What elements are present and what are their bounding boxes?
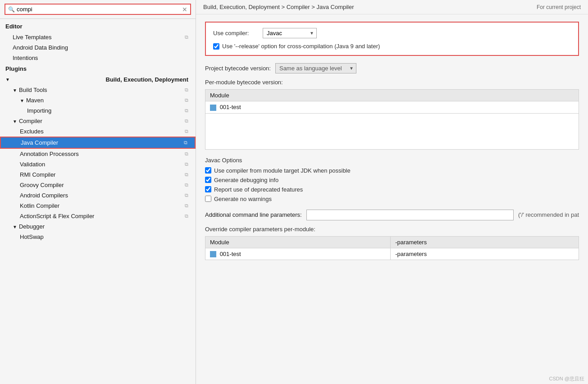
sidebar-item-label: Live Templates	[13, 34, 51, 41]
javac-option-1: Use compiler from module target JDK when…	[205, 167, 579, 174]
bytecode-row: Project bytecode version: Same as langua…	[205, 63, 579, 73]
option4-checkbox[interactable]	[205, 196, 211, 202]
sidebar-item-label: ▼Debugger	[13, 223, 45, 230]
option4-label: Generate no warnings	[214, 196, 272, 202]
copy-icon: ⧉	[185, 128, 188, 134]
sidebar-item-label: Android Data Binding	[13, 44, 68, 51]
sidebar-item-actionscript-compiler[interactable]: ActionScript & Flex Compiler ⧉	[0, 211, 196, 221]
per-module-label: Per-module bytecode version:	[205, 79, 579, 86]
bytecode-label: Project bytecode version:	[205, 65, 271, 72]
sidebar-item-label: Intentions	[13, 55, 38, 61]
sidebar-item-android-compilers[interactable]: Android Compilers ⧉	[0, 190, 196, 201]
sidebar-item-java-compiler[interactable]: Java Compiler ⧉	[0, 137, 196, 149]
sidebar-item-intentions[interactable]: Intentions	[0, 53, 196, 63]
option1-checkbox[interactable]	[205, 167, 211, 174]
sidebar-item-hotswap[interactable]: HotSwap	[0, 232, 196, 242]
override-module-col-header: Module	[205, 236, 391, 248]
javac-option-2: Generate debugging info	[205, 177, 579, 183]
sidebar-item-label: Excludes	[20, 128, 44, 135]
copy-icon: ⧉	[184, 140, 187, 146]
chevron-down-icon: ▼	[13, 224, 17, 229]
override-table-wrapper: Module -parameters 001-test -parameters	[205, 236, 579, 261]
module-name: 001-test	[220, 104, 241, 110]
search-bar: 🔍 ✕	[0, 0, 196, 19]
copy-icon: ⧉	[185, 118, 188, 124]
sidebar-item-importing[interactable]: Importing ⧉	[0, 105, 196, 116]
cross-compile-checkbox[interactable]	[213, 43, 219, 50]
sidebar-item-label: Validation	[20, 161, 45, 168]
javac-option-4: Generate no warnings	[205, 196, 579, 202]
compiler-options-box: Use compiler: Javac Eclipse Ajc ▼ Use '-…	[205, 22, 579, 56]
sidebar-item-label: ActionScript & Flex Compiler	[20, 213, 94, 219]
sidebar-item-label: Annotation Processors	[20, 151, 79, 157]
sidebar-item-rmi-compiler[interactable]: RMI Compiler ⧉	[0, 169, 196, 180]
sidebar-item-live-templates[interactable]: Live Templates ⧉	[0, 32, 196, 42]
sidebar-item-annotation-processors[interactable]: Annotation Processors ⧉	[0, 149, 196, 159]
sidebar-item-kotlin-compiler[interactable]: Kotlin Compiler ⧉	[0, 201, 196, 211]
compiler-select-wrapper[interactable]: Javac Eclipse Ajc ▼	[263, 28, 317, 38]
sidebar-item-label: ▼Maven	[20, 97, 44, 104]
sidebar-item-build-tools[interactable]: ▼Build Tools ⧉	[0, 85, 196, 95]
use-compiler-label: Use compiler:	[213, 30, 258, 37]
close-icon[interactable]: ✕	[182, 6, 187, 13]
nav-tree: Editor Live Templates ⧉ Android Data Bin…	[0, 19, 196, 384]
cross-compile-label: Use '--release' option for cross-compila…	[222, 43, 380, 50]
cross-compile-row: Use '--release' option for cross-compila…	[213, 43, 571, 50]
cmd-params-label: Additional command line parameters:	[205, 211, 302, 218]
search-input[interactable]	[17, 6, 180, 13]
option2-checkbox[interactable]	[205, 177, 211, 183]
chevron-down-icon: ▼	[13, 119, 17, 124]
sidebar-item-label: Java Compiler	[21, 139, 58, 146]
sidebar-item-label: ▼Compiler	[13, 118, 42, 124]
breadcrumb: Build, Execution, Deployment > Compiler …	[196, 0, 588, 14]
sidebar-item-validation[interactable]: Validation ⧉	[0, 159, 196, 169]
override-label: Override compiler parameters per-module:	[205, 226, 579, 233]
javac-options-title: Javac Options	[205, 157, 579, 164]
main-content: Build, Execution, Deployment > Compiler …	[196, 0, 588, 384]
sidebar-item-label: Kotlin Compiler	[20, 202, 59, 209]
javac-options-section: Javac Options Use compiler from module t…	[205, 157, 579, 202]
sidebar-item-maven[interactable]: ▼Maven ⧉	[0, 95, 196, 105]
cmd-params-input[interactable]	[306, 210, 514, 220]
module-column-header: Module	[205, 90, 579, 101]
editor-section-label: Editor	[0, 21, 196, 32]
override-module-cell: 001-test	[205, 248, 391, 260]
table-row: 001-test -parameters	[205, 248, 579, 260]
sidebar-item-build-execution-deployment[interactable]: ▼ Build, Execution, Deployment	[0, 74, 196, 85]
compiler-select[interactable]: Javac Eclipse Ajc	[263, 28, 317, 38]
sidebar-item-debugger[interactable]: ▼Debugger	[0, 221, 196, 232]
plugins-section-label: Plugins	[0, 63, 196, 74]
copy-icon: ⧉	[185, 151, 188, 157]
sidebar-item-label: Groovy Compiler	[20, 182, 64, 188]
chevron-down-icon: ▼	[20, 98, 24, 103]
copy-icon: ⧉	[185, 108, 188, 114]
sidebar-item-android-data-binding[interactable]: Android Data Binding	[0, 42, 196, 53]
sidebar-item-excludes[interactable]: Excludes ⧉	[0, 126, 196, 137]
watermark: CSDN @悲且狂	[549, 375, 584, 382]
per-module-table: Module 001-test	[205, 89, 579, 150]
copy-icon: ⧉	[185, 182, 188, 188]
copy-icon: ⧉	[185, 34, 188, 40]
sidebar: 🔍 ✕ Editor Live Templates ⧉ Android Data…	[0, 0, 196, 384]
copy-icon: ⧉	[185, 203, 188, 209]
javac-option-3: Report use of deprecated features	[205, 186, 579, 193]
bytecode-select-wrapper[interactable]: Same as language level ▼	[275, 63, 356, 73]
module-icon	[210, 105, 216, 111]
option2-label: Generate debugging info	[214, 177, 278, 183]
option3-label: Report use of deprecated features	[214, 186, 303, 193]
copy-icon: ⧉	[185, 172, 188, 178]
option3-checkbox[interactable]	[205, 186, 211, 192]
copy-icon: ⧉	[185, 213, 188, 219]
search-input-wrapper[interactable]: 🔍 ✕	[5, 4, 191, 15]
chevron-down-icon: ▼	[5, 77, 10, 82]
copy-icon: ⧉	[185, 192, 188, 198]
sidebar-item-label: ▼Build Tools	[13, 87, 47, 93]
breadcrumb-project-label: For current project	[537, 4, 581, 10]
sidebar-item-label: HotSwap	[20, 233, 44, 240]
sidebar-item-groovy-compiler[interactable]: Groovy Compiler ⧉	[0, 180, 196, 190]
override-params-col-header: -parameters	[391, 236, 579, 248]
sidebar-item-compiler[interactable]: ▼Compiler ⧉	[0, 116, 196, 126]
chevron-down-icon: ▼	[13, 88, 17, 93]
bytecode-select[interactable]: Same as language level	[275, 63, 356, 73]
cmd-hint: ('/' recommended in pat	[518, 211, 579, 218]
